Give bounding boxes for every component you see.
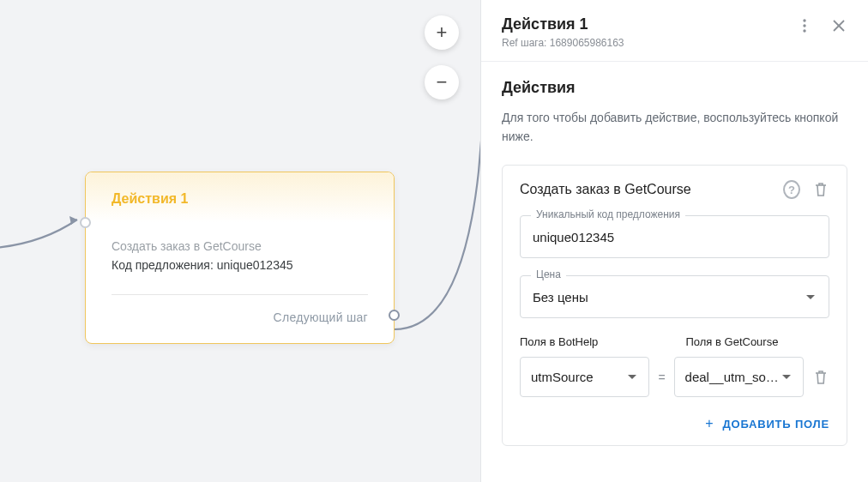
node-next-step-label: Следующий шаг — [86, 295, 394, 343]
workflow-canvas[interactable]: Действия 1 Создать заказ в GetCourse Код… — [0, 0, 480, 482]
price-field[interactable]: Цена Без цены — [520, 275, 829, 318]
bothelp-fields-label: Поля в BotHelp — [520, 335, 664, 348]
add-field-row: + ДОБАВИТЬ ПОЛЕ — [520, 416, 829, 431]
node-body: Создать заказ в GetCourse Код предложени… — [86, 222, 394, 279]
close-icon — [833, 20, 845, 32]
action-node[interactable]: Действия 1 Создать заказ в GetCourse Код… — [85, 172, 395, 344]
bothelp-field-select[interactable]: utmSource — [520, 357, 649, 397]
price-value: Без цены — [533, 290, 588, 304]
chevron-down-icon — [806, 295, 815, 299]
trash-icon — [814, 182, 828, 197]
equals-separator: = — [658, 371, 665, 384]
mapping-headers: Поля в BotHelp Поля в GetCourse — [520, 335, 829, 348]
svg-point-2 — [803, 24, 805, 27]
node-input-port[interactable] — [80, 217, 91, 228]
panel-header: Действия 1 Ref шага: 1689065986163 — [481, 0, 868, 61]
delete-action-button[interactable] — [812, 181, 829, 198]
unique-code-label: Уникальный код предложения — [531, 208, 685, 220]
action-card-header: Создать заказ в GetCourse ? — [520, 181, 829, 198]
price-label: Цена — [531, 268, 566, 280]
action-card: Создать заказ в GetCourse ? Уникальный к… — [502, 165, 847, 446]
node-output-port[interactable] — [389, 310, 400, 321]
section-desc: Для того чтобы добавить действие, воспол… — [502, 109, 847, 146]
zoom-controls: + − — [425, 15, 459, 99]
svg-point-1 — [803, 19, 805, 21]
help-icon: ? — [783, 180, 800, 199]
node-title: Действия 1 — [112, 191, 368, 207]
side-panel: Действия 1 Ref шага: 1689065986163 Дейст… — [480, 0, 868, 482]
panel-title: Действия 1 — [502, 15, 786, 33]
svg-marker-0 — [69, 216, 77, 225]
getcourse-fields-label: Поля в GetCourse — [686, 335, 830, 348]
node-action-detail: Код предложения: unique012345 — [112, 258, 368, 272]
more-menu-button[interactable] — [796, 17, 813, 34]
close-button[interactable] — [830, 17, 847, 34]
help-button[interactable]: ? — [783, 181, 800, 198]
node-action-title: Создать заказ в GetCourse — [112, 239, 368, 253]
chevron-down-icon — [628, 375, 636, 379]
section-title: Действия — [502, 79, 847, 97]
chevron-down-icon — [782, 375, 791, 379]
action-card-title: Создать заказ в GetCourse — [520, 182, 783, 197]
panel-body: Действия Для того чтобы добавить действи… — [481, 62, 868, 463]
unique-code-value: unique012345 — [521, 216, 829, 257]
add-field-label: ДОБАВИТЬ ПОЛЕ — [722, 418, 829, 431]
panel-ref: Ref шага: 1689065986163 — [502, 37, 786, 49]
kebab-icon — [803, 19, 806, 33]
unique-code-field[interactable]: Уникальный код предложения unique012345 — [520, 215, 829, 258]
zoom-out-button[interactable]: − — [425, 65, 459, 99]
add-field-button[interactable]: + ДОБАВИТЬ ПОЛЕ — [705, 416, 829, 431]
zoom-in-button[interactable]: + — [425, 15, 459, 50]
node-header: Действия 1 — [86, 172, 394, 222]
bothelp-field-value: utmSource — [531, 370, 594, 384]
mapping-row: utmSource = deal__utm_so… — [520, 357, 829, 397]
svg-point-3 — [803, 29, 805, 32]
plus-icon: + — [705, 416, 714, 431]
getcourse-field-value: deal__utm_so… — [685, 370, 779, 384]
getcourse-field-select[interactable]: deal__utm_so… — [674, 357, 804, 397]
trash-icon — [814, 370, 828, 385]
delete-mapping-button[interactable] — [812, 369, 829, 386]
